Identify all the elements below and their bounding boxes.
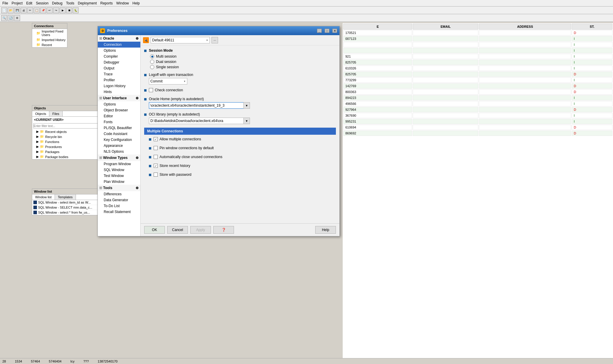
dialog-maximize-btn[interactable]: □ xyxy=(325,29,329,33)
dialog-title: Preferences xyxy=(107,29,314,33)
nav-item-plan-window[interactable]: Plan Window xyxy=(98,179,140,185)
oci-label: OCI library (empty is autodetect) xyxy=(149,112,336,116)
nav-item-compiler[interactable]: Compiler xyxy=(98,53,140,59)
radio-multi-circle[interactable] xyxy=(150,54,154,58)
nav-item-test-window[interactable]: Test Window xyxy=(98,173,140,179)
tools-expander: ▼ xyxy=(100,187,102,189)
logoff-indicator xyxy=(144,74,147,76)
nav-item-debugger[interactable]: Debugger xyxy=(98,59,140,65)
dialog-nav: ▼ Oracle ⊕ Connection Options Compiler D… xyxy=(98,35,141,236)
radio-single-circle[interactable] xyxy=(150,65,154,69)
nav-item-data-generator[interactable]: Data Generator xyxy=(98,197,140,203)
nav-item-profiler[interactable]: Profiler xyxy=(98,77,140,83)
mc-indicator-1 xyxy=(149,138,151,141)
help-icon-btn[interactable]: ❓ xyxy=(213,226,234,234)
mc-pin-window[interactable]: Pin window connections by default xyxy=(154,146,214,150)
radio-multi-session[interactable]: Multi session xyxy=(150,54,336,58)
pin-window-checkbox[interactable] xyxy=(154,146,158,150)
oracle-expand-arrow: ⊕ xyxy=(136,36,139,40)
nav-item-options[interactable]: Options xyxy=(98,48,140,53)
nav-item-hints[interactable]: Hints xyxy=(98,89,140,95)
nav-item-object-browser[interactable]: Object Browser xyxy=(98,107,140,113)
nav-item-program-window[interactable]: Program Window xyxy=(98,161,140,167)
nav-item-editor[interactable]: Editor xyxy=(98,113,140,119)
check-connection-checkbox[interactable] xyxy=(149,88,153,92)
dialog-close-btn[interactable]: ✕ xyxy=(332,29,337,33)
tools-expand-icon: ⊕ xyxy=(136,186,139,190)
mc-indicator-2 xyxy=(149,147,151,150)
mc-indicator-5 xyxy=(149,174,151,176)
oracle-home-indicator xyxy=(144,98,147,100)
oracle-home-browse-btn[interactable]: ▼ xyxy=(243,102,250,109)
mc-allow-multiple[interactable]: Allow multiple connections xyxy=(154,137,201,141)
logoff-dropdown[interactable]: Commit ▼ xyxy=(149,78,187,84)
preferences-dialog: ⚙ Preferences _ □ ✕ ▼ Oracle ⊕ Connectio… xyxy=(97,26,340,236)
mc-row-2: Pin window connections by default xyxy=(149,146,336,151)
oci-content: OCI library (empty is autodetect) D:\Bai… xyxy=(149,112,336,124)
nav-item-appearance[interactable]: Appearance xyxy=(98,143,140,149)
nav-item-ui-options[interactable]: Options xyxy=(98,101,140,107)
nav-oracle-section[interactable]: ▼ Oracle ⊕ xyxy=(98,35,140,42)
apply-button[interactable]: Apply xyxy=(190,226,211,234)
check-connection-row[interactable]: Check connection xyxy=(149,88,336,92)
nav-item-key-config[interactable]: Key Configuration xyxy=(98,137,140,143)
auto-close-checkbox[interactable] xyxy=(154,155,158,159)
oracle-home-input[interactable]: \oracleclient.x64\oracleclient\instantcl… xyxy=(149,102,243,109)
nav-item-nls-options[interactable]: NLS Options xyxy=(98,149,140,155)
oci-browse-btn[interactable]: ▼ xyxy=(243,118,250,124)
radio-dual-circle[interactable] xyxy=(150,60,154,64)
nav-tools-section[interactable]: ▼ Tools ⊕ xyxy=(98,185,140,191)
conn-more-btn[interactable]: ··· xyxy=(212,37,218,43)
nav-item-code-assistant[interactable]: Code Assistant xyxy=(98,131,140,137)
allow-multiple-checkbox[interactable] xyxy=(154,137,158,141)
nav-item-logon-history[interactable]: Logon History xyxy=(98,83,140,89)
logoff-field-row: Logoff with open transaction xyxy=(149,73,336,77)
nav-wintypes-section[interactable]: ▼ Window Types ⊕ xyxy=(98,155,140,161)
cancel-button[interactable]: Cancel xyxy=(167,226,188,234)
nav-item-fonts[interactable]: Fonts xyxy=(98,119,140,125)
radio-single-session[interactable]: Single session xyxy=(150,65,336,69)
store-password-checkbox[interactable] xyxy=(154,173,158,177)
mc-row-1: Allow multiple connections xyxy=(149,137,336,142)
oci-library-section: OCI library (empty is autodetect) D:\Bai… xyxy=(144,112,336,124)
mc-indicator-4 xyxy=(149,165,151,167)
nav-item-todo[interactable]: To-Do List xyxy=(98,203,140,209)
nav-item-sql-window[interactable]: SQL Window xyxy=(98,167,140,173)
radio-dual-session[interactable]: Dual session xyxy=(150,60,336,64)
mc-row-4: Store recent history xyxy=(149,164,336,169)
mc-indicator-3 xyxy=(149,156,151,158)
check-conn-content: Check connection xyxy=(149,88,336,93)
nav-item-differences[interactable]: Differences xyxy=(98,191,140,197)
nav-item-recall[interactable]: Recall Statement xyxy=(98,209,140,215)
dialog-settings-content: 🔌 Default 49611 ▼ ··· Session Mode xyxy=(141,35,339,236)
logoff-content: Logoff with open transaction Commit ▼ xyxy=(149,73,336,84)
oracle-home-input-row: \oracleclient.x64\oracleclient\instantcl… xyxy=(149,102,336,109)
ui-expander: ▼ xyxy=(100,97,102,99)
session-mode-section: Session Mode Multi session Dual session xyxy=(144,48,336,69)
dialog-overlay: ⚙ Preferences _ □ ✕ ▼ Oracle ⊕ Connectio… xyxy=(0,0,613,364)
logoff-label: Logoff with open transaction xyxy=(149,73,193,77)
oracle-expander: ▼ xyxy=(100,37,102,40)
multiple-connections-options: Allow multiple connections Pin window co… xyxy=(144,137,336,178)
wintypes-expander: ▼ xyxy=(100,157,102,159)
ok-button[interactable]: OK xyxy=(144,226,165,234)
session-mode-title: Session Mode xyxy=(149,48,336,53)
logoff-dropdown-arrow: ▼ xyxy=(183,80,186,83)
help-button[interactable]: Help xyxy=(315,226,336,234)
nav-item-trace[interactable]: Trace xyxy=(98,71,140,77)
nav-ui-section[interactable]: ▼ User Interface ⊕ xyxy=(98,95,140,101)
dialog-body: ▼ Oracle ⊕ Connection Options Compiler D… xyxy=(98,35,339,236)
mc-auto-close[interactable]: Automatically close unused connections xyxy=(154,155,222,159)
session-mode-radio-group: Multi session Dual session Single sessio… xyxy=(149,54,336,69)
connection-selector[interactable]: Default 49611 ▼ xyxy=(151,37,210,43)
nav-item-connection[interactable]: Connection xyxy=(98,42,140,48)
mc-store-history[interactable]: Store recent history xyxy=(154,164,190,168)
dialog-minimize-btn[interactable]: _ xyxy=(317,29,322,33)
nav-item-output[interactable]: Output xyxy=(98,65,140,71)
oci-input[interactable]: D:\BaiduNetdiskDownload\oracleclient.x64… xyxy=(149,118,243,124)
connection-bar: 🔌 Default 49611 ▼ ··· xyxy=(141,35,339,46)
store-history-checkbox[interactable] xyxy=(154,164,158,168)
mc-store-password[interactable]: Store with password xyxy=(154,173,191,177)
mc-row-3: Automatically close unused connections xyxy=(149,155,336,160)
nav-item-plsql-beautifier[interactable]: PL/SQL Beautifier xyxy=(98,125,140,131)
